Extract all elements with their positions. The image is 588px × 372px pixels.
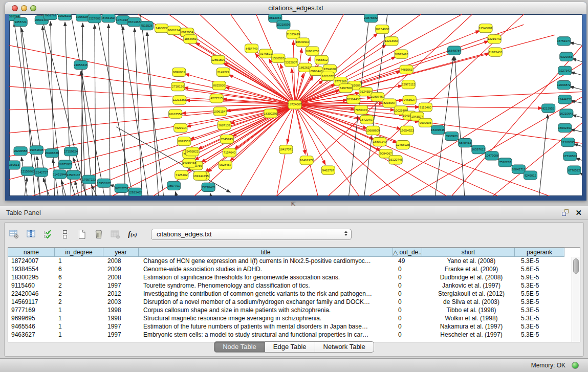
graph-node[interactable]: 12975115 — [402, 80, 416, 89]
graph-node[interactable]: 20876682 — [364, 14, 378, 23]
graph-node[interactable]: 7986372 — [355, 105, 368, 114]
graph-node[interactable]: 12108395 — [561, 138, 575, 147]
graph-node[interactable]: 12851809 — [211, 55, 225, 64]
table-settings-button[interactable] — [8, 228, 21, 241]
graph-node[interactable]: 9146821 — [259, 49, 273, 58]
graph-node[interactable]: 7845745 — [220, 135, 233, 143]
graph-node[interactable]: 11973433 — [489, 48, 503, 56]
graph-node[interactable]: 16782759 — [115, 184, 128, 192]
graph-node[interactable]: 15751074 — [557, 37, 571, 46]
column-header-title[interactable]: title — [138, 248, 393, 257]
graph-node[interactable]: 9227342 — [558, 66, 572, 75]
table-row[interactable]: 2242004622012Investigating the contribut… — [8, 290, 572, 298]
graph-node[interactable]: 5322037 — [285, 58, 298, 67]
graph-node[interactable]: 8825036 — [212, 81, 226, 90]
graph-node[interactable]: 8938923 — [445, 132, 459, 140]
graph-node[interactable]: 9124554 — [359, 87, 373, 96]
graph-node[interactable]: 7485063 — [400, 65, 413, 74]
graph-node[interactable]: 6770522 — [568, 166, 581, 174]
graph-node[interactable]: 18724007 — [288, 100, 302, 109]
graph-node[interactable]: 7125402 — [175, 170, 188, 179]
close-window-button[interactable] — [12, 5, 18, 11]
graph-node[interactable]: 9462787 — [321, 166, 335, 174]
graph-node[interactable]: 6497568 — [339, 84, 352, 93]
graph-node[interactable]: 9355724 — [14, 18, 27, 27]
graph-node[interactable]: 18807249 — [373, 138, 386, 146]
graph-node[interactable]: 12213363 — [172, 96, 186, 104]
graph-node[interactable]: 1621072 — [321, 72, 334, 80]
graph-node[interactable]: 7463822 — [155, 24, 168, 33]
minimize-window-button[interactable] — [21, 5, 27, 11]
graph-node[interactable]: 10973493 — [395, 50, 408, 58]
graph-node[interactable]: 10961547 — [213, 107, 227, 116]
graph-node[interactable]: 16914479 — [193, 171, 207, 180]
graph-node[interactable]: 14039468 — [182, 159, 196, 167]
graph-node[interactable]: 8454749 — [245, 44, 258, 53]
graph-node[interactable]: 12923465 — [128, 188, 142, 196]
graph-node[interactable]: 16648784 — [447, 46, 461, 55]
graph-node[interactable]: 16107554 — [168, 110, 182, 118]
table-row[interactable]: 911546021997Tourette syndrome. Phenomeno… — [8, 281, 572, 290]
graph-node[interactable]: 18300295 — [264, 109, 277, 118]
graph-node[interactable]: 17710503 — [563, 152, 577, 161]
graph-node[interactable]: 17359924 — [64, 147, 78, 156]
table-row[interactable]: 1872400712008Changes of HCN gene express… — [8, 257, 572, 265]
graph-node[interactable]: 16154808 — [376, 25, 389, 34]
graph-node[interactable]: 2149229 — [216, 68, 230, 76]
graph-node[interactable]: 2718126 — [171, 82, 185, 91]
tab-edge-table[interactable]: Edge Table — [265, 341, 315, 353]
network-window[interactable]: citations_edges.txt 85282449355724206914… — [5, 2, 586, 201]
graph-node[interactable]: 9699695 — [419, 118, 432, 127]
column-header-pagerank[interactable]: pagerank — [514, 248, 564, 257]
network-window-titlebar[interactable]: citations_edges.txt — [5, 2, 586, 14]
column-header-out_de[interactable]: △ out_de... — [393, 248, 422, 257]
graph-node[interactable]: 12342757 — [34, 168, 48, 177]
graph-node[interactable]: 12219742 — [488, 35, 502, 43]
graph-node[interactable]: 9528457 — [219, 161, 232, 169]
network-view[interactable]: 8528244935572420691406790176110026213106… — [9, 14, 582, 196]
graph-node[interactable]: 26206555 — [14, 147, 28, 156]
graph-node[interactable]: 10688609 — [366, 126, 380, 135]
column-header-short[interactable]: short — [422, 248, 515, 257]
graph-node[interactable]: 16958107 — [97, 179, 111, 187]
graph-node[interactable]: 9660124 — [167, 26, 181, 35]
column-header-year[interactable]: year — [103, 248, 139, 257]
graph-node[interactable]: 16210643 — [559, 109, 573, 118]
graph-node[interactable]: 11451944 — [53, 170, 67, 179]
graph-node[interactable]: 10479008 — [485, 151, 499, 160]
table-row[interactable]: 969969511998Structural magnetic resonanc… — [8, 314, 572, 322]
graph-node[interactable]: 16961758 — [306, 47, 319, 55]
network-canvas[interactable]: 8528244935572420691406790176110026213106… — [9, 14, 582, 196]
graph-node[interactable]: 9245012 — [524, 171, 537, 180]
graph-node[interactable]: 10807467 — [371, 93, 384, 101]
graph-node[interactable]: 8215953 — [542, 104, 555, 113]
graph-node[interactable]: 9329966 — [560, 52, 573, 61]
table-selector-dropdown[interactable]: citations_edges.txt — [151, 229, 352, 240]
graph-node[interactable]: 16975887 — [58, 160, 72, 169]
graph-node[interactable]: 12444151 — [558, 95, 572, 104]
graph-node[interactable]: 8099552 — [178, 137, 191, 146]
graph-node[interactable]: 6878453 — [459, 139, 472, 147]
new-document-button[interactable] — [75, 228, 89, 241]
table-row[interactable]: 946362711997Embryonic stem cells: a mode… — [8, 331, 572, 339]
graph-node[interactable]: 18720407 — [360, 115, 374, 124]
graph-node[interactable]: 20206536 — [45, 149, 59, 158]
graph-node[interactable]: 20364436 — [346, 95, 360, 104]
delete-button[interactable] — [92, 228, 105, 241]
graph-node[interactable]: 19951898 — [30, 146, 43, 155]
show-columns-button[interactable] — [25, 228, 38, 241]
graph-node[interactable]: 7154640 — [223, 148, 236, 157]
merge-tables-button[interactable] — [58, 228, 72, 241]
graph-node[interactable]: 12156863 — [21, 167, 35, 176]
graph-node[interactable]: 5493822 — [186, 147, 199, 156]
graph-node[interactable]: 8466160 — [102, 14, 115, 23]
graph-node[interactable]: 9857791 — [167, 181, 181, 190]
graph-node[interactable]: 7520267 — [498, 158, 512, 167]
graph-node[interactable]: 16640910 — [296, 38, 310, 47]
close-panel-icon[interactable]: ✕ — [575, 209, 582, 217]
graph-node[interactable]: 16597612 — [472, 145, 486, 154]
table-row[interactable]: 946554611997Estimation of the future num… — [8, 322, 572, 331]
graph-node[interactable]: 12213967 — [385, 37, 399, 46]
graph-node[interactable]: 13505135 — [67, 170, 80, 179]
graph-node[interactable]: 12756928 — [396, 141, 410, 149]
